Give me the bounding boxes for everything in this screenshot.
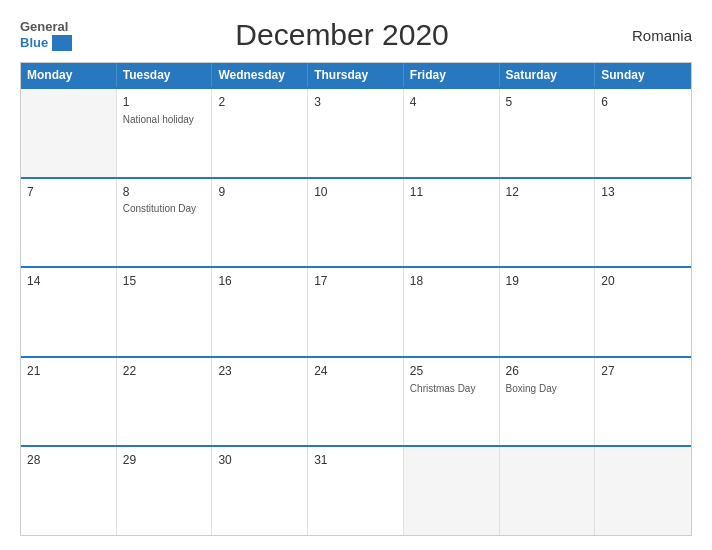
calendar-cell: 12 bbox=[500, 179, 596, 267]
country-label: Romania bbox=[612, 27, 692, 44]
calendar-cell: 22 bbox=[117, 358, 213, 446]
day-number: 8 bbox=[123, 184, 206, 201]
calendar-cell: 18 bbox=[404, 268, 500, 356]
col-friday: Friday bbox=[404, 63, 500, 87]
calendar-cell: 6 bbox=[595, 89, 691, 177]
calendar-cell: 25Christmas Day bbox=[404, 358, 500, 446]
holiday-label: National holiday bbox=[123, 113, 206, 126]
day-number: 30 bbox=[218, 452, 301, 469]
logo: General Blue bbox=[20, 19, 72, 51]
calendar-cell: 17 bbox=[308, 268, 404, 356]
calendar-cell: 9 bbox=[212, 179, 308, 267]
calendar: Monday Tuesday Wednesday Thursday Friday… bbox=[20, 62, 692, 536]
day-number: 10 bbox=[314, 184, 397, 201]
holiday-label: Boxing Day bbox=[506, 382, 589, 395]
holiday-label: Constitution Day bbox=[123, 202, 206, 215]
calendar-cell: 7 bbox=[21, 179, 117, 267]
day-number: 28 bbox=[27, 452, 110, 469]
col-sunday: Sunday bbox=[595, 63, 691, 87]
calendar-body: 1National holiday2345678Constitution Day… bbox=[21, 87, 691, 535]
day-number: 19 bbox=[506, 273, 589, 290]
day-number: 23 bbox=[218, 363, 301, 380]
calendar-cell: 8Constitution Day bbox=[117, 179, 213, 267]
page: General Blue December 2020 Romania Monda… bbox=[0, 0, 712, 550]
header: General Blue December 2020 Romania bbox=[20, 18, 692, 52]
day-number: 16 bbox=[218, 273, 301, 290]
day-number: 7 bbox=[27, 184, 110, 201]
calendar-cell: 24 bbox=[308, 358, 404, 446]
calendar-cell: 23 bbox=[212, 358, 308, 446]
day-number: 26 bbox=[506, 363, 589, 380]
day-number: 17 bbox=[314, 273, 397, 290]
holiday-label: Christmas Day bbox=[410, 382, 493, 395]
calendar-cell: 5 bbox=[500, 89, 596, 177]
day-number: 15 bbox=[123, 273, 206, 290]
calendar-title: December 2020 bbox=[72, 18, 612, 52]
calendar-cell bbox=[21, 89, 117, 177]
day-number: 5 bbox=[506, 94, 589, 111]
calendar-cell: 20 bbox=[595, 268, 691, 356]
col-saturday: Saturday bbox=[500, 63, 596, 87]
calendar-cell: 29 bbox=[117, 447, 213, 535]
col-tuesday: Tuesday bbox=[117, 63, 213, 87]
day-number: 31 bbox=[314, 452, 397, 469]
calendar-cell: 13 bbox=[595, 179, 691, 267]
calendar-week-3: 14151617181920 bbox=[21, 266, 691, 356]
calendar-cell: 10 bbox=[308, 179, 404, 267]
calendar-cell: 19 bbox=[500, 268, 596, 356]
logo-flag-icon bbox=[52, 35, 72, 51]
calendar-cell bbox=[500, 447, 596, 535]
day-number: 13 bbox=[601, 184, 685, 201]
calendar-cell bbox=[404, 447, 500, 535]
day-number: 6 bbox=[601, 94, 685, 111]
day-number: 25 bbox=[410, 363, 493, 380]
day-number: 11 bbox=[410, 184, 493, 201]
calendar-cell: 3 bbox=[308, 89, 404, 177]
col-monday: Monday bbox=[21, 63, 117, 87]
col-wednesday: Wednesday bbox=[212, 63, 308, 87]
calendar-cell: 4 bbox=[404, 89, 500, 177]
calendar-header-row: Monday Tuesday Wednesday Thursday Friday… bbox=[21, 63, 691, 87]
calendar-cell: 28 bbox=[21, 447, 117, 535]
calendar-cell: 27 bbox=[595, 358, 691, 446]
day-number: 18 bbox=[410, 273, 493, 290]
calendar-cell: 1National holiday bbox=[117, 89, 213, 177]
day-number: 9 bbox=[218, 184, 301, 201]
day-number: 2 bbox=[218, 94, 301, 111]
calendar-cell: 16 bbox=[212, 268, 308, 356]
logo-general-text: General bbox=[20, 19, 68, 35]
day-number: 12 bbox=[506, 184, 589, 201]
day-number: 3 bbox=[314, 94, 397, 111]
calendar-cell: 2 bbox=[212, 89, 308, 177]
day-number: 4 bbox=[410, 94, 493, 111]
calendar-cell bbox=[595, 447, 691, 535]
calendar-cell: 31 bbox=[308, 447, 404, 535]
calendar-week-4: 2122232425Christmas Day26Boxing Day27 bbox=[21, 356, 691, 446]
day-number: 1 bbox=[123, 94, 206, 111]
day-number: 14 bbox=[27, 273, 110, 290]
calendar-week-5: 28293031 bbox=[21, 445, 691, 535]
calendar-week-1: 1National holiday23456 bbox=[21, 87, 691, 177]
day-number: 27 bbox=[601, 363, 685, 380]
day-number: 20 bbox=[601, 273, 685, 290]
calendar-cell: 21 bbox=[21, 358, 117, 446]
day-number: 29 bbox=[123, 452, 206, 469]
calendar-cell: 15 bbox=[117, 268, 213, 356]
day-number: 24 bbox=[314, 363, 397, 380]
day-number: 21 bbox=[27, 363, 110, 380]
calendar-week-2: 78Constitution Day910111213 bbox=[21, 177, 691, 267]
col-thursday: Thursday bbox=[308, 63, 404, 87]
day-number: 22 bbox=[123, 363, 206, 380]
calendar-cell: 14 bbox=[21, 268, 117, 356]
calendar-cell: 30 bbox=[212, 447, 308, 535]
calendar-cell: 26Boxing Day bbox=[500, 358, 596, 446]
logo-blue-text: Blue bbox=[20, 35, 48, 51]
calendar-cell: 11 bbox=[404, 179, 500, 267]
